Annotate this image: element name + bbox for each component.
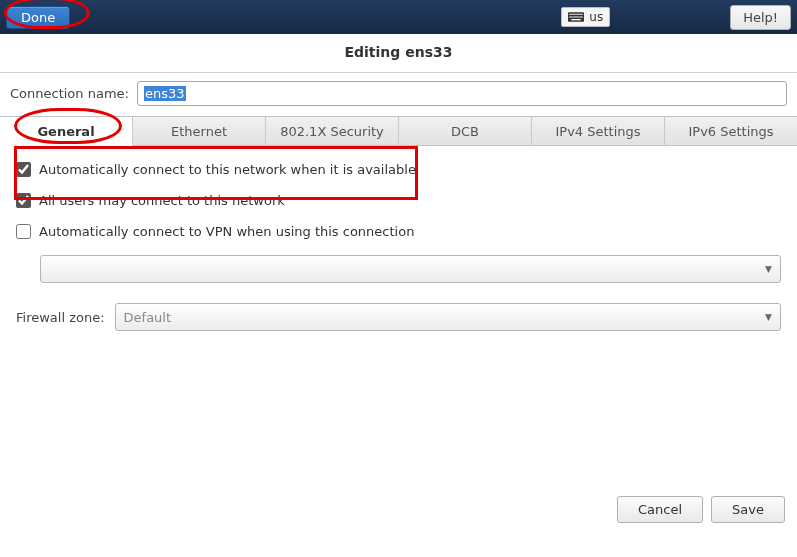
tab-ipv4[interactable]: IPv4 Settings bbox=[532, 117, 665, 145]
tab-general[interactable]: General bbox=[0, 117, 133, 146]
keyboard-layout-indicator[interactable]: us bbox=[561, 7, 610, 27]
firewall-zone-label: Firewall zone: bbox=[16, 310, 105, 325]
tab-ethernet[interactable]: Ethernet bbox=[133, 117, 266, 145]
svg-rect-11 bbox=[576, 16, 577, 17]
firewall-zone-combo[interactable]: Default ▼ bbox=[115, 303, 781, 331]
tab-bar: General Ethernet 802.1X Security DCB IPv… bbox=[0, 116, 797, 146]
tab-ipv6[interactable]: IPv6 Settings bbox=[665, 117, 797, 145]
connection-name-value: ens33 bbox=[144, 86, 186, 101]
svg-rect-5 bbox=[578, 14, 579, 15]
chevron-down-icon: ▼ bbox=[765, 264, 772, 274]
svg-rect-1 bbox=[570, 14, 571, 15]
firewall-zone-value: Default bbox=[124, 310, 172, 325]
vpn-select-combo[interactable]: ▼ bbox=[40, 255, 781, 283]
connection-editor-dialog: Editing ens33 Connection name: ens33 Gen… bbox=[0, 34, 797, 557]
connection-name-input[interactable]: ens33 bbox=[137, 81, 787, 106]
svg-rect-14 bbox=[582, 16, 583, 17]
svg-rect-2 bbox=[572, 14, 573, 15]
svg-rect-8 bbox=[570, 16, 571, 17]
svg-rect-3 bbox=[574, 14, 575, 15]
dialog-title: Editing ens33 bbox=[0, 34, 797, 73]
connection-name-label: Connection name: bbox=[10, 86, 129, 101]
vpn-auto-checkbox[interactable] bbox=[16, 224, 31, 239]
svg-rect-13 bbox=[580, 16, 581, 17]
installer-topbar: Done us Help! bbox=[0, 0, 797, 34]
tab-8021x[interactable]: 802.1X Security bbox=[266, 117, 399, 145]
svg-rect-12 bbox=[578, 16, 579, 17]
save-button[interactable]: Save bbox=[711, 496, 785, 523]
auto-connect-checkbox[interactable] bbox=[16, 162, 31, 177]
vpn-auto-label: Automatically connect to VPN when using … bbox=[39, 224, 414, 239]
dialog-footer: Cancel Save bbox=[617, 496, 785, 523]
all-users-label: All users may connect to this network bbox=[39, 193, 285, 208]
cancel-button[interactable]: Cancel bbox=[617, 496, 703, 523]
done-button[interactable]: Done bbox=[6, 6, 70, 29]
all-users-checkbox[interactable] bbox=[16, 193, 31, 208]
tab-dcb[interactable]: DCB bbox=[399, 117, 532, 145]
svg-rect-10 bbox=[574, 16, 575, 17]
svg-rect-9 bbox=[572, 16, 573, 17]
keyboard-icon bbox=[568, 12, 584, 22]
auto-connect-label: Automatically connect to this network wh… bbox=[39, 162, 416, 177]
svg-rect-15 bbox=[572, 19, 581, 20]
chevron-down-icon: ▼ bbox=[765, 312, 772, 322]
keyboard-layout-label: us bbox=[589, 10, 603, 24]
svg-rect-4 bbox=[576, 14, 577, 15]
svg-rect-7 bbox=[582, 14, 583, 15]
tab-body-general: Automatically connect to this network wh… bbox=[0, 146, 797, 347]
svg-rect-6 bbox=[580, 14, 581, 15]
help-button[interactable]: Help! bbox=[730, 5, 791, 30]
